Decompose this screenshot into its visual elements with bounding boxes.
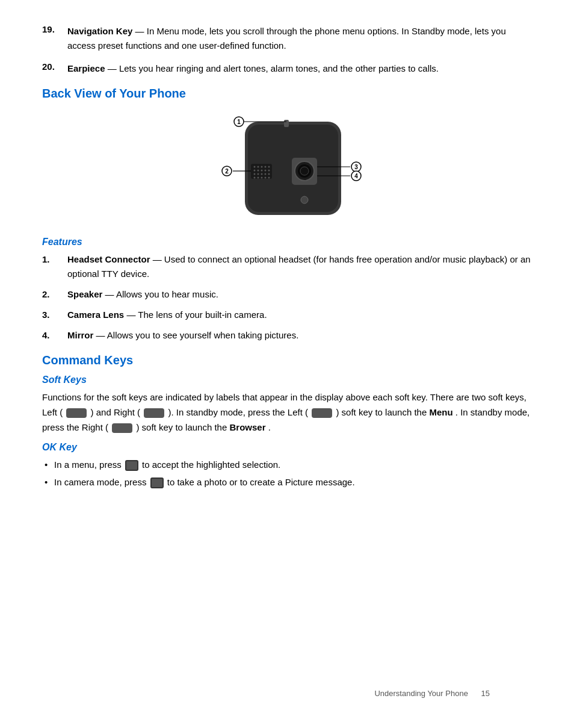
ok-key-bullet-2: In camera mode, press to take a photo or…	[42, 475, 532, 490]
svg-point-15	[261, 173, 263, 175]
feature-2-desc: — Allows you to hear music.	[102, 289, 218, 299]
svg-point-10	[261, 170, 263, 172]
svg-point-9	[258, 170, 259, 172]
feature-2-num: 2.	[42, 287, 67, 302]
feature-2: 2. Speaker — Allows you to hear music.	[42, 287, 532, 302]
feature-4-desc: — Allows you to see yourself when taking…	[93, 330, 298, 340]
svg-point-3	[254, 166, 256, 168]
svg-point-8	[254, 170, 256, 172]
left-soft-key-icon-1	[66, 408, 87, 418]
soft-keys-heading: Soft Keys	[42, 375, 532, 385]
phone-diagram-svg: 1 2 3 4	[191, 107, 383, 227]
feature-1-num: 1.	[42, 252, 67, 281]
svg-point-18	[254, 177, 256, 179]
item-20: 20. Earpiece — Lets you hear ringing and…	[42, 61, 532, 76]
feature-2-label: Speaker	[67, 289, 102, 299]
ok-bullet-1-pre: In a menu, press	[54, 459, 124, 470]
features-heading: Features	[42, 237, 532, 247]
page-footer: Understanding Your Phone 15	[42, 689, 532, 698]
svg-point-26	[300, 167, 309, 175]
right-soft-key-icon-2	[112, 423, 132, 433]
feature-3-desc: — The lens of your built-in camera.	[124, 310, 267, 320]
svg-point-13	[254, 173, 256, 175]
ok-bullet-2-pre: In camera mode, press	[54, 477, 149, 487]
svg-text:2: 2	[225, 168, 229, 175]
feature-4: 4. Mirror — Allows you to see yourself w…	[42, 328, 532, 343]
item-19-num: 19.	[42, 24, 67, 53]
soft-keys-text-mid1: ) and Right (	[91, 407, 141, 417]
ok-bullet-1-post: to accept the highlighted selection.	[142, 459, 280, 470]
svg-point-27	[301, 196, 308, 204]
ok-key-icon-1	[125, 460, 138, 471]
item-20-num: 20.	[42, 61, 67, 76]
svg-point-6	[265, 166, 267, 168]
ok-key-icon-2	[150, 478, 164, 488]
item-19-desc: — In Menu mode, lets you scroll through …	[67, 26, 506, 51]
page-wrapper: 19. Navigation Key — In Menu mode, lets …	[42, 24, 532, 704]
soft-keys-text-mid3: ) soft key to launch the	[336, 407, 429, 417]
features-list: 1. Headset Connector — Used to connect a…	[42, 252, 532, 343]
item-20-content: Earpiece — Lets you hear ringing and ale…	[67, 61, 532, 76]
svg-point-17	[268, 173, 270, 175]
ok-key-heading: OK Key	[42, 442, 532, 453]
svg-point-16	[265, 173, 267, 175]
ok-bullet-2-post: to take a photo or to create a Picture m…	[167, 477, 355, 487]
feature-3-num: 3.	[42, 308, 67, 322]
feature-1-label: Headset Connector	[67, 254, 150, 264]
item-19-content: Navigation Key — In Menu mode, lets you …	[67, 24, 532, 53]
right-soft-key-icon-1	[144, 408, 164, 418]
back-view-heading: Back View of Your Phone	[42, 87, 532, 101]
svg-rect-28	[284, 120, 289, 127]
svg-text:1: 1	[237, 119, 241, 125]
soft-keys-text: Functions for the soft keys are indicate…	[42, 390, 532, 435]
ok-key-bullets: In a menu, press to accept the highlight…	[42, 458, 532, 490]
footer-left: Understanding Your Phone 15	[374, 689, 490, 698]
feature-3-content: Camera Lens — The lens of your built-in …	[67, 308, 267, 322]
left-soft-key-icon-2	[312, 408, 332, 418]
item-20-label: Earpiece	[67, 63, 105, 73]
soft-keys-text-end: .	[268, 422, 271, 432]
soft-keys-text-mid5: ) soft key to launch the	[136, 422, 229, 432]
svg-point-21	[265, 177, 267, 179]
browser-bold: Browser	[229, 422, 265, 432]
feature-4-content: Mirror — Allows you to see yourself when…	[67, 328, 298, 343]
svg-point-20	[261, 177, 263, 179]
feature-1-content: Headset Connector — Used to connect an o…	[67, 252, 532, 281]
command-keys-heading: Command Keys	[42, 353, 532, 367]
menu-bold: Menu	[429, 407, 452, 417]
feature-2-content: Speaker — Allows you to hear music.	[67, 287, 218, 302]
feature-3: 3. Camera Lens — The lens of your built-…	[42, 308, 532, 322]
svg-text:4: 4	[354, 173, 358, 179]
phone-diagram: 1 2 3 4	[42, 107, 532, 227]
svg-point-4	[258, 166, 259, 168]
soft-keys-text-mid2: ). In standby mode, press the Left (	[168, 407, 308, 417]
feature-1: 1. Headset Connector — Used to connect a…	[42, 252, 532, 281]
feature-3-label: Camera Lens	[67, 310, 124, 320]
item-20-desc: — Lets you hear ringing and alert tones,…	[105, 63, 439, 73]
ok-key-bullet-1: In a menu, press to accept the highlight…	[42, 458, 532, 473]
svg-point-7	[268, 166, 270, 168]
svg-point-19	[258, 177, 259, 179]
svg-point-22	[268, 177, 270, 179]
feature-4-num: 4.	[42, 328, 67, 343]
svg-point-11	[265, 170, 267, 172]
svg-point-14	[258, 173, 259, 175]
item-19-label: Navigation Key	[67, 26, 132, 36]
item-19: 19. Navigation Key — In Menu mode, lets …	[42, 24, 532, 53]
svg-text:3: 3	[354, 164, 358, 170]
svg-point-12	[268, 170, 270, 172]
feature-4-label: Mirror	[67, 330, 93, 340]
svg-point-5	[261, 166, 263, 168]
